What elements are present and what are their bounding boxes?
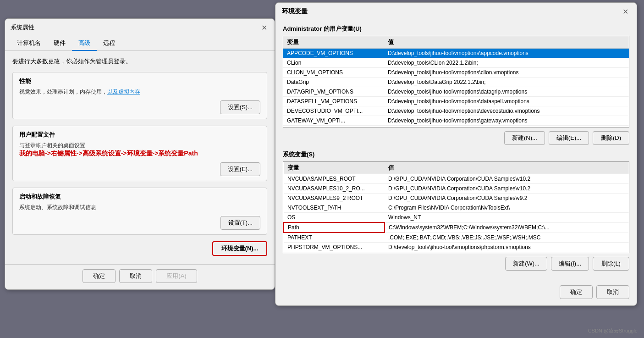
user-var-name: CLion — [283, 58, 384, 68]
sys-var-value: C:\Program Files\NVIDIA Corporation\NvTo… — [385, 203, 629, 213]
sys-dialog-titlebar: 系统属性 ✕ — [5, 19, 275, 36]
user-profile-section: 用户配置文件 与登录帐户相关的桌面设置 我的电脑->右键属性->高级系统设置->… — [12, 126, 267, 181]
performance-settings-button[interactable]: 设置(S)... — [220, 100, 260, 114]
sys-table-row[interactable]: NVCUDASAMPLES9_2 ROOTD:\GPU_CUDA\NVIDIA … — [284, 194, 629, 203]
user-var-name: DATASPELL_VM_OPTIONS — [283, 97, 384, 106]
performance-section: 性能 视觉效果，处理器计划，内存使用，以及虚拟内存 设置(S)... — [12, 72, 267, 119]
startup-section: 启动和故障恢复 系统启动、系统故障和调试信息 设置(T)... — [12, 188, 267, 235]
env-variables-button[interactable]: 环境变量(N)... — [212, 241, 267, 256]
user-table-row[interactable]: CLionD:\develop_tools\CLion 2022.1.2\bin… — [283, 58, 629, 68]
user-table-row[interactable]: DataGripD:\develop_tools\DataGrip 2022.1… — [283, 78, 629, 87]
user-btn-row: 新建(N)... 编辑(E)... 删除(D) — [283, 131, 629, 145]
sys-table-row[interactable]: NVTOOLSEXT_PATHC:\Program Files\NVIDIA C… — [284, 203, 629, 213]
sys-var-name: NVCUDASAMPLES10_2_RO... — [284, 184, 385, 194]
sys-vars-label: 系统变量(S) — [283, 150, 629, 159]
sys-col-var: 变量 — [284, 162, 385, 174]
sys-delete-button[interactable]: 删除(L) — [593, 257, 629, 271]
performance-desc: 视觉效果，处理器计划，内存使用，以及虚拟内存 — [19, 88, 260, 96]
user-table-row[interactable]: APPCODE_VM_OPTIONSD:\develop_tools\jihuo… — [283, 49, 629, 58]
sys-var-value: D:\develop_tools\jihuo-tool\vmoptions\ph… — [385, 243, 629, 252]
sys-var-name: PHPSTORM_VM_OPTIONS... — [284, 243, 385, 252]
sys-var-name: PATHEXT — [284, 233, 385, 243]
user-var-value: D:\develop_tools\CLion 2022.1.2\bin; — [384, 58, 629, 68]
sys-table-row[interactable]: NVCUDASAMPLES10_2_RO...D:\GPU_CUDA\NVIDI… — [284, 184, 629, 194]
user-var-name: DEVECOSTUDIO_VM_OPTI... — [283, 106, 384, 116]
sys-var-value: Windows_NT — [385, 213, 629, 223]
user-profile-desc: 与登录帐户相关的桌面设置 我的电脑->右键属性->高级系统设置->环境变量->系… — [19, 142, 260, 158]
user-vars-table-wrapper[interactable]: 变量 值 APPCODE_VM_OPTIONSD:\develop_tools\… — [283, 36, 629, 127]
user-table-row[interactable]: CLION_VM_OPTIONSD:\develop_tools\jihuo-t… — [283, 68, 629, 78]
sys-var-name: NVTOOLSEXT_PATH — [284, 203, 385, 213]
sys-var-name: NVCUDASAMPLES_ROOT — [284, 174, 385, 184]
sys-col-val: 值 — [385, 162, 629, 174]
user-var-value: D:\develop_tools\jihuo-tool\vmoptions\ap… — [384, 49, 629, 58]
sys-var-value: D:\GPU_CUDA\NVIDIA Corporation\CUDA Samp… — [385, 194, 629, 203]
user-var-value: D:\develop_tools\jihuo-tool\vmoptions\da… — [384, 87, 629, 97]
startup-settings-button[interactable]: 设置(T)... — [220, 216, 260, 230]
env-dialog-body: Administrator 的用户变量(U) 变量 值 APPCODE_VM_O… — [275, 20, 637, 281]
user-var-value: D:\develop_tools\jihuo-tool\vmoptions\da… — [384, 97, 629, 106]
sys-var-value: .COM;.EXE;.BAT;.CMD;.VBS;.VBE;JS;.JSE;.W… — [385, 233, 629, 243]
user-table-row[interactable]: DATASPELL_VM_OPTIONSD:\develop_tools\jih… — [283, 97, 629, 106]
user-var-value: D:\develop_tools\jihuo-tool\vmoptions\ga… — [384, 116, 629, 126]
watermark: CSDN @凌云Struggle — [588, 327, 638, 334]
sys-vars-table: 变量 值 NVCUDASAMPLES_ROOTD:\GPU_CUDA\NVIDI… — [283, 162, 629, 252]
tab-advanced[interactable]: 高级 — [72, 36, 97, 51]
sys-ok-button[interactable]: 确定 — [83, 269, 116, 283]
sys-new-button[interactable]: 新建(W)... — [505, 257, 547, 271]
sys-var-value: D:\GPU_CUDA\NVIDIA Corporation\CUDA Samp… — [385, 184, 629, 194]
user-vars-label: Administrator 的用户变量(U) — [283, 25, 629, 33]
sys-table-row[interactable]: OSWindows_NT — [284, 213, 629, 223]
sys-dialog-body: 要进行大多数更改，你必须作为管理员登录。 性能 视觉效果，处理器计划，内存使用，… — [5, 51, 275, 264]
sys-tab-bar: 计算机名 硬件 高级 远程 — [5, 36, 275, 51]
sys-apply-button[interactable]: 应用(A) — [156, 269, 197, 283]
sys-btn-row: 新建(W)... 编辑(I)... 删除(L) — [283, 257, 629, 271]
sys-cancel-button[interactable]: 取消 — [119, 269, 152, 283]
virtual-memory-link[interactable]: 以及虚拟内存 — [107, 89, 140, 95]
env-cancel-button[interactable]: 取消 — [596, 285, 629, 299]
user-col-val: 值 — [384, 36, 629, 49]
sys-vars-table-wrapper[interactable]: 变量 值 NVCUDASAMPLES_ROOTD:\GPU_CUDA\NVIDI… — [283, 161, 629, 253]
env-dialog-titlebar: 环境变量 ✕ — [275, 3, 637, 20]
user-profile-settings-button[interactable]: 设置(E)... — [220, 162, 260, 176]
user-new-button[interactable]: 新建(N)... — [504, 131, 545, 145]
user-var-name: DATAGRIP_VM_OPTIONS — [283, 87, 384, 97]
user-var-name: CLION_VM_OPTIONS — [283, 68, 384, 78]
startup-title: 启动和故障恢复 — [19, 193, 260, 201]
env-dialog-footer: 确定 取消 — [275, 281, 637, 305]
user-var-name: GATEWAY_VM_OPTI... — [283, 116, 384, 126]
env-dialog-title: 环境变量 — [282, 7, 308, 16]
user-var-value: D:\develop_tools\jihuo-tool\vmoptions\cl… — [384, 68, 629, 78]
sys-var-name: OS — [284, 213, 385, 223]
admin-note: 要进行大多数更改，你必须作为管理员登录。 — [12, 57, 267, 66]
user-table-row[interactable]: DATAGRIP_VM_OPTIONSD:\develop_tools\jihu… — [283, 87, 629, 97]
tab-hardware[interactable]: 硬件 — [47, 36, 72, 51]
sys-table-row[interactable]: PATHEXT.COM;.EXE;.BAT;.CMD;.VBS;.VBE;JS;… — [284, 233, 629, 243]
env-ok-button[interactable]: 确定 — [560, 285, 593, 299]
startup-desc: 系统启动、系统故障和调试信息 — [19, 204, 260, 211]
user-table-row[interactable]: DEVECOSTUDIO_VM_OPTI...D:\develop_tools\… — [283, 106, 629, 116]
sys-table-row[interactable]: NVCUDASAMPLES_ROOTD:\GPU_CUDA\NVIDIA Cor… — [284, 174, 629, 184]
sys-table-row[interactable]: PathC:\Windows\system32\WBEM;C:\Windows\… — [284, 222, 629, 233]
env-dialog-close-button[interactable]: ✕ — [620, 6, 630, 17]
user-var-value: D:\develop_tools\DataGrip 2022.1.2\bin; — [384, 78, 629, 87]
user-edit-button[interactable]: 编辑(E)... — [549, 131, 589, 145]
tab-computer-name[interactable]: 计算机名 — [11, 36, 47, 51]
sys-dialog-close-button[interactable]: ✕ — [259, 22, 269, 33]
user-delete-button[interactable]: 删除(D) — [593, 131, 629, 145]
sys-var-name: Path — [284, 222, 385, 233]
sys-edit-button[interactable]: 编辑(I)... — [551, 257, 589, 271]
sys-dialog-footer: 确定 取消 应用(A) — [5, 264, 275, 289]
user-table-row[interactable]: GATEWAY_VM_OPTI...D:\develop_tools\jihuo… — [283, 116, 629, 126]
tab-remote[interactable]: 远程 — [97, 36, 121, 51]
annotation-text: 我的电脑->右键属性->高级系统设置->环境变量->系统变量Path — [19, 150, 198, 157]
user-var-name: DataGrip — [283, 78, 384, 87]
sys-table-row[interactable]: PHPSTORM_VM_OPTIONS...D:\develop_tools\j… — [284, 243, 629, 252]
user-vars-table: 变量 值 APPCODE_VM_OPTIONSD:\develop_tools\… — [283, 36, 629, 126]
sys-var-value: C:\Windows\system32\WBEM;C:\Windows\syst… — [385, 222, 629, 233]
sys-var-value: D:\GPU_CUDA\NVIDIA Corporation\CUDA Samp… — [385, 174, 629, 184]
system-properties-dialog: 系统属性 ✕ 计算机名 硬件 高级 远程 要进行大多数更改，你必须作为管理员登录… — [5, 18, 275, 290]
sys-dialog-title: 系统属性 — [11, 23, 34, 32]
user-var-name: APPCODE_VM_OPTIONS — [283, 49, 384, 58]
sys-var-name: NVCUDASAMPLES9_2 ROOT — [284, 194, 385, 203]
